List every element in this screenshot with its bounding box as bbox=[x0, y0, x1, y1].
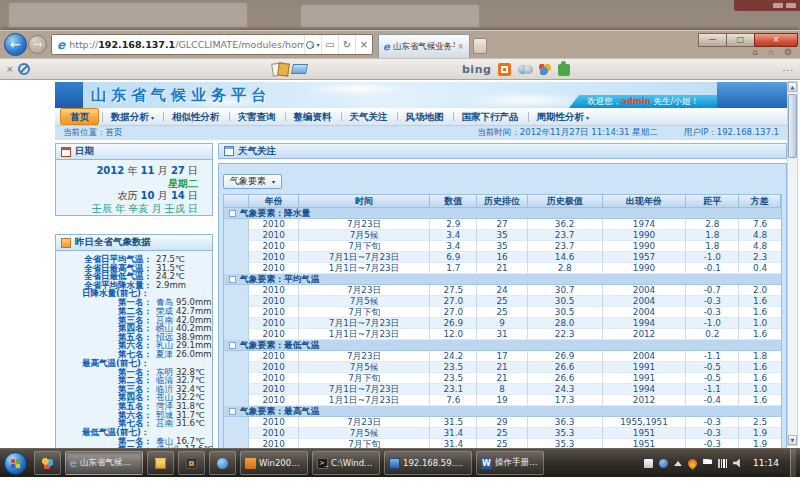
tray-blue-icon[interactable] bbox=[659, 459, 668, 468]
start-button[interactable] bbox=[4, 452, 27, 475]
taskbar-media-player[interactable] bbox=[209, 451, 236, 475]
table-row[interactable]: 20107月5候23.52126.61991-0.51.6 bbox=[224, 362, 781, 373]
tray-app-icon[interactable] bbox=[644, 459, 653, 468]
table-row[interactable]: 20107月23日31.52936.31955,1951-0.32.5 bbox=[224, 417, 781, 428]
station-name[interactable]: 莒南 bbox=[156, 419, 173, 428]
table-row[interactable]: 20107月下旬31.42535.31951-0.31.9 bbox=[224, 439, 781, 448]
element-dropdown-button[interactable]: 气象要素▾ bbox=[223, 174, 282, 189]
site-title: 山东省气候业务平台 bbox=[91, 86, 271, 105]
column-header[interactable]: 距平 bbox=[686, 195, 739, 208]
nav-item[interactable]: 相似性分析 bbox=[163, 109, 229, 124]
new-tab-button[interactable] bbox=[473, 38, 487, 54]
settings-gear-icon[interactable]: ⚙ bbox=[784, 47, 792, 57]
table-row[interactable]: 20101月1日~7月23日7.61917.32012-0.41.6 bbox=[224, 395, 781, 406]
taskbar-window-button[interactable]: >_C:\Windows\s... bbox=[312, 451, 380, 475]
flame-icon[interactable] bbox=[686, 457, 699, 470]
table-cell: 2010 bbox=[249, 263, 299, 274]
taskbar-window-button[interactable]: Win2008 (VS2... bbox=[240, 451, 308, 475]
action-center-flag-icon[interactable] bbox=[703, 459, 712, 468]
table-cell: 17 bbox=[477, 351, 527, 362]
taskbar-clock[interactable]: 11:14 bbox=[748, 458, 784, 468]
taskbar-explorer[interactable] bbox=[147, 451, 174, 475]
column-header[interactable]: 历史极值 bbox=[528, 195, 603, 208]
browser-forward-button[interactable]: → bbox=[28, 35, 47, 54]
toolbar-overflow-icon[interactable]: ... bbox=[782, 63, 794, 73]
taskbar-window-button[interactable]: 192.168.59.99... bbox=[384, 451, 472, 475]
address-bar[interactable]: e http://192.168.137.1/GLCCLIMATE/module… bbox=[51, 34, 373, 55]
table-row[interactable]: 20107月23日24.21726.92004-1.11.8 bbox=[224, 351, 781, 362]
cards-icon[interactable] bbox=[272, 63, 288, 75]
user-ip: 用户IP：192.168.137.1 bbox=[684, 127, 779, 139]
table-row[interactable]: 20101月1日~7月23日12.03122.320120.21.6 bbox=[224, 329, 781, 340]
home-icon[interactable]: ⌂ bbox=[752, 47, 758, 57]
volume-icon[interactable] bbox=[733, 459, 742, 468]
bing-logo[interactable]: bing bbox=[462, 63, 491, 76]
table-row[interactable]: 20107月1日~7月23日23.1824.31994-1.11.0 bbox=[224, 384, 781, 395]
window-close-button[interactable]: × bbox=[754, 33, 798, 47]
page-scrollbar[interactable]: ▲ ▼ bbox=[787, 81, 798, 446]
table-row[interactable]: 20107月23日27.52430.72004-0.72.0 bbox=[224, 285, 781, 296]
show-hidden-icons-icon[interactable] bbox=[674, 461, 682, 466]
scroll-down-icon[interactable]: ▼ bbox=[788, 435, 797, 445]
show-desktop-button[interactable] bbox=[790, 449, 796, 478]
column-header[interactable]: 时间 bbox=[299, 195, 430, 208]
mail-icon[interactable] bbox=[291, 64, 308, 74]
taskbar-pinned-app[interactable] bbox=[34, 451, 61, 475]
table-group-row[interactable]: 气象要素：平均气温 bbox=[224, 274, 781, 285]
nav-item[interactable]: 首页 bbox=[60, 108, 99, 125]
messenger-icon[interactable] bbox=[498, 63, 511, 76]
nav-item[interactable]: 国家下行产品 bbox=[453, 109, 528, 124]
group-checkbox[interactable] bbox=[229, 276, 236, 283]
browser-tab[interactable]: e 山东省气候业务平... × bbox=[378, 34, 470, 58]
scroll-up-icon[interactable]: ▲ bbox=[788, 82, 797, 92]
taskbar-ie-window[interactable]: e 山东省气候业务平... bbox=[65, 451, 143, 475]
spark-icon[interactable] bbox=[539, 64, 551, 76]
nav-item[interactable]: 数据分析▾ bbox=[102, 109, 163, 125]
table-row[interactable]: 20107月5候3.43523.719901.84.8 bbox=[224, 230, 781, 241]
table-row[interactable]: 20107月下旬3.43523.719901.84.8 bbox=[224, 241, 781, 252]
table-row[interactable]: 20107月23日2.92736.219742.87.6 bbox=[224, 219, 781, 230]
network-icon[interactable] bbox=[718, 459, 727, 468]
scrollbar-thumb[interactable] bbox=[788, 94, 797, 158]
group-checkbox[interactable] bbox=[229, 408, 236, 415]
table-row[interactable]: 20101月1日~7月23日1.7212.81990-0.10.4 bbox=[224, 263, 781, 274]
column-header[interactable]: 历史排位 bbox=[477, 195, 527, 208]
nav-item[interactable]: 整编资料 bbox=[285, 109, 341, 124]
compatibility-view-icon[interactable]: ▭ bbox=[321, 35, 338, 54]
table-group-row[interactable]: 气象要素：最低气温 bbox=[224, 340, 781, 351]
column-header[interactable]: 出现年份 bbox=[603, 195, 687, 208]
addon-puzzle-icon[interactable] bbox=[558, 64, 570, 76]
column-header[interactable]: 方差 bbox=[739, 195, 781, 208]
window-minimize-button[interactable]: — bbox=[698, 33, 726, 47]
column-header[interactable]: 年份 bbox=[249, 195, 299, 208]
table-group-row[interactable]: 气象要素：最高气温 bbox=[224, 406, 781, 417]
taskbar-app-orange[interactable] bbox=[178, 451, 205, 475]
table-cell: 29 bbox=[477, 417, 527, 428]
taskbar-window-button[interactable]: W操作手册.docx ... bbox=[476, 451, 544, 475]
close-toolbar-icon[interactable]: × bbox=[6, 64, 14, 74]
browser-back-button[interactable]: ← bbox=[4, 33, 27, 56]
table-row[interactable]: 20107月1日~7月23日26.9928.01994-1.01.0 bbox=[224, 318, 781, 329]
contacts-icon[interactable] bbox=[518, 65, 532, 75]
table-group-row[interactable]: 气象要素：降水量 bbox=[224, 208, 781, 219]
table-row[interactable]: 20107月1日~7月23日6.91614.61957-1.02.3 bbox=[224, 252, 781, 263]
station-name[interactable]: 夏津 bbox=[156, 350, 173, 359]
favorites-star-icon[interactable]: ☆ bbox=[767, 47, 775, 57]
group-checkbox[interactable] bbox=[229, 210, 236, 217]
blocked-icon[interactable] bbox=[18, 63, 30, 75]
nav-item[interactable]: 灾害查询 bbox=[229, 109, 285, 124]
nav-item[interactable]: 风场地图 bbox=[397, 109, 453, 124]
table-row[interactable]: 20107月5候27.02530.52004-0.31.6 bbox=[224, 296, 781, 307]
nav-item[interactable]: 周期性分析▾ bbox=[528, 109, 599, 125]
window-maximize-button[interactable]: □ bbox=[726, 33, 754, 47]
refresh-icon[interactable]: ↻ bbox=[338, 35, 355, 54]
search-icon[interactable]: ▾ bbox=[304, 35, 321, 54]
table-row[interactable]: 20107月下旬27.02530.52004-0.31.6 bbox=[224, 307, 781, 318]
tab-close-icon[interactable]: × bbox=[455, 42, 466, 51]
table-row[interactable]: 20107月5候31.42535.31951-0.31.9 bbox=[224, 428, 781, 439]
nav-item[interactable]: 天气关注 bbox=[341, 109, 397, 124]
column-header[interactable]: 数值 bbox=[430, 195, 477, 208]
group-checkbox[interactable] bbox=[229, 342, 236, 349]
stop-icon[interactable]: × bbox=[355, 35, 372, 54]
table-row[interactable]: 20107月下旬23.52126.61991-0.51.6 bbox=[224, 373, 781, 384]
